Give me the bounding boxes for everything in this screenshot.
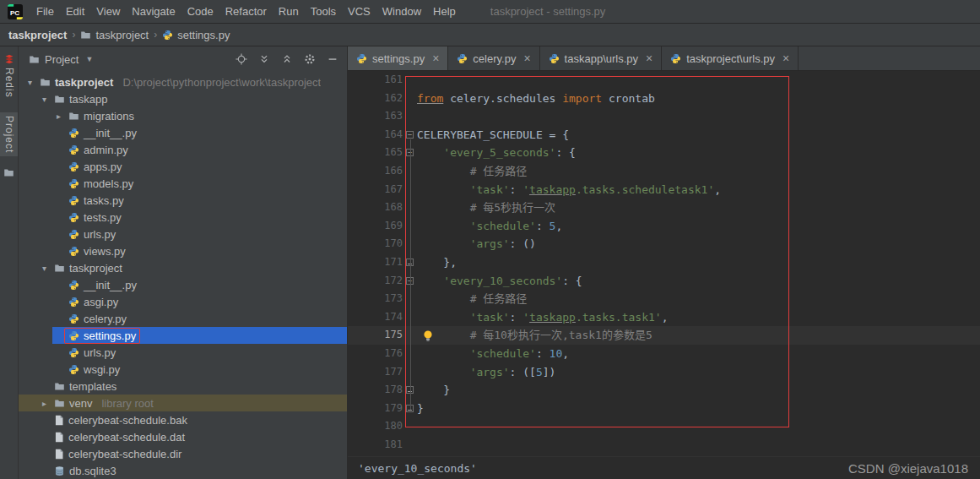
menu-window[interactable]: Window bbox=[376, 3, 427, 20]
tree-item-taskapp[interactable]: ▾taskapp bbox=[19, 90, 347, 107]
tree-item-asgi-py[interactable]: asgi.py bbox=[19, 293, 347, 310]
close-icon[interactable]: × bbox=[646, 52, 652, 64]
line-number[interactable]: 162 bbox=[348, 90, 405, 108]
tree-item-init-py[interactable]: __init__.py bbox=[19, 276, 347, 293]
settings-icon[interactable] bbox=[304, 53, 316, 65]
menu-view[interactable]: View bbox=[90, 3, 126, 20]
context-info[interactable]: 'every_10_seconds' bbox=[358, 462, 477, 475]
tree-item-db-sqlite3[interactable]: db.sqlite3 bbox=[19, 462, 347, 479]
code-line-178[interactable]: 178 } bbox=[348, 381, 980, 400]
menu-help[interactable]: Help bbox=[427, 3, 462, 20]
code-line-163[interactable]: 163 bbox=[348, 107, 980, 126]
line-number[interactable]: 181 bbox=[348, 436, 405, 455]
breadcrumb-item-taskproject[interactable]: taskproject bbox=[8, 29, 67, 41]
tool-button-project[interactable]: Project bbox=[0, 112, 18, 156]
tree-item-tasks-py[interactable]: tasks.py bbox=[19, 192, 347, 209]
line-number[interactable]: 169 bbox=[348, 217, 405, 236]
collapse-all-icon[interactable] bbox=[281, 53, 293, 65]
menu-refactor[interactable]: Refactor bbox=[219, 3, 273, 20]
menu-code[interactable]: Code bbox=[181, 3, 219, 20]
tree-item-settings-py[interactable]: settings.py bbox=[19, 327, 347, 344]
code-line-169[interactable]: 169 'schedule': 5, bbox=[348, 217, 980, 236]
fold-collapse-icon[interactable]: − bbox=[406, 131, 414, 139]
breadcrumb-item-taskproject[interactable]: taskproject bbox=[80, 29, 149, 41]
line-number[interactable]: 174 bbox=[348, 308, 405, 327]
line-number[interactable]: 175 bbox=[348, 326, 405, 345]
tree-item-views-py[interactable]: views.py bbox=[19, 242, 347, 259]
chevron-down-icon[interactable]: ▾ bbox=[24, 78, 36, 87]
code-line-161[interactable]: 161 bbox=[348, 71, 980, 90]
close-icon[interactable]: × bbox=[432, 52, 439, 64]
code-line-175[interactable]: 175 # 每10秒执行一次,task1的参数是5 bbox=[348, 326, 980, 345]
line-number[interactable]: 172 bbox=[348, 272, 405, 291]
code-line-180[interactable]: 180 bbox=[348, 417, 980, 436]
line-number[interactable]: 177 bbox=[348, 363, 405, 382]
chevron-down-icon[interactable]: ▼ bbox=[85, 55, 93, 63]
tree-item-urls-py[interactable]: urls.py bbox=[19, 344, 347, 361]
code-line-177[interactable]: 177 'args': ([5]) bbox=[348, 363, 980, 382]
project-panel-title[interactable]: Project bbox=[45, 53, 79, 66]
code-line-168[interactable]: 168 # 每5秒执行一次 bbox=[348, 199, 980, 217]
tree-item-celerybeat-schedule-dir[interactable]: celerybeat-schedule.dir bbox=[19, 445, 347, 462]
line-number[interactable]: 173 bbox=[348, 290, 405, 308]
chevron-down-icon[interactable]: ▾ bbox=[38, 264, 51, 273]
tree-item-admin-py[interactable]: admin.py bbox=[19, 141, 347, 158]
close-icon[interactable]: × bbox=[523, 52, 530, 64]
tab-celery-py[interactable]: celery.py× bbox=[448, 46, 539, 70]
code-line-165[interactable]: 165− 'every_5_seconds': { bbox=[348, 144, 980, 162]
tree-item-wsgi-py[interactable]: wsgi.py bbox=[19, 361, 347, 378]
code-line-162[interactable]: 162from celery.schedules import crontab bbox=[348, 90, 980, 108]
code-line-179[interactable]: 179} bbox=[348, 400, 980, 418]
tab-settings-py[interactable]: settings.py× bbox=[348, 46, 448, 70]
tree-item-templates[interactable]: templates bbox=[19, 378, 347, 395]
tree-item-urls-py[interactable]: urls.py bbox=[19, 226, 347, 242]
line-number[interactable]: 168 bbox=[348, 199, 405, 217]
tree-item-celery-py[interactable]: celery.py bbox=[19, 310, 347, 327]
tree-item-taskproject[interactable]: ▾taskproject bbox=[19, 259, 347, 276]
hide-icon[interactable] bbox=[327, 53, 338, 65]
line-number[interactable]: 178 bbox=[348, 381, 405, 400]
chevron-right-icon[interactable]: ▸ bbox=[38, 399, 51, 408]
breadcrumb-item-settings-py[interactable]: settings.py bbox=[162, 29, 230, 41]
code-line-164[interactable]: 164−CELERYBEAT_SCHEDULE = { bbox=[348, 126, 980, 144]
line-number[interactable]: 180 bbox=[348, 417, 405, 436]
folder-icon[interactable] bbox=[3, 167, 14, 178]
line-number[interactable]: 176 bbox=[348, 345, 405, 363]
line-number[interactable]: 170 bbox=[348, 235, 405, 253]
close-icon[interactable]: × bbox=[782, 52, 789, 64]
chevron-down-icon[interactable]: ▾ bbox=[38, 95, 51, 104]
line-number[interactable]: 165 bbox=[348, 144, 405, 162]
tool-button-redis[interactable]: Redis bbox=[0, 51, 18, 101]
menu-tools[interactable]: Tools bbox=[305, 3, 342, 20]
line-number[interactable]: 171 bbox=[348, 253, 405, 272]
tree-item-celerybeat-schedule-bak[interactable]: celerybeat-schedule.bak bbox=[19, 411, 347, 428]
menu-file[interactable]: File bbox=[30, 3, 60, 20]
tree-item-init-py[interactable]: __init__.py bbox=[19, 124, 347, 141]
code-line-171[interactable]: 171 }, bbox=[348, 253, 980, 272]
code-line-172[interactable]: 172− 'every_10_seconds': { bbox=[348, 272, 980, 291]
tree-item-taskproject[interactable]: ▾taskprojectD:\project\pythonproject\wor… bbox=[19, 73, 347, 90]
expand-all-icon[interactable] bbox=[258, 53, 270, 65]
line-number[interactable]: 164 bbox=[348, 126, 405, 144]
tree-item-venv[interactable]: ▸venvlibrary root bbox=[19, 395, 347, 411]
code-line-166[interactable]: 166 # 任务路径 bbox=[348, 162, 980, 181]
tree-item-celerybeat-schedule-dat[interactable]: celerybeat-schedule.dat bbox=[19, 428, 347, 445]
line-number[interactable]: 166 bbox=[348, 162, 405, 181]
tab-taskproject-urls-py[interactable]: taskproject\urls.py× bbox=[662, 46, 799, 70]
menu-vcs[interactable]: VCS bbox=[342, 3, 376, 20]
chevron-right-icon[interactable]: ▸ bbox=[52, 112, 65, 121]
tab-taskapp-urls-py[interactable]: taskapp\urls.py× bbox=[540, 46, 663, 70]
tree-item-tests-py[interactable]: tests.py bbox=[19, 209, 347, 226]
tree-item-apps-py[interactable]: apps.py bbox=[19, 158, 347, 175]
line-number[interactable]: 161 bbox=[348, 71, 405, 90]
intention-bulb-icon[interactable] bbox=[422, 329, 434, 342]
menu-edit[interactable]: Edit bbox=[60, 3, 90, 20]
menu-run[interactable]: Run bbox=[273, 3, 305, 20]
code-line-167[interactable]: 167 'task': 'taskapp.tasks.scheduletask1… bbox=[348, 181, 980, 199]
locate-icon[interactable] bbox=[236, 53, 247, 65]
tree-item-models-py[interactable]: models.py bbox=[19, 175, 347, 192]
code-line-174[interactable]: 174 'task': 'taskapp.tasks.task1', bbox=[348, 308, 980, 327]
code-line-170[interactable]: 170 'args': () bbox=[348, 235, 980, 253]
tree-item-migrations[interactable]: ▸migrations bbox=[19, 107, 347, 124]
editor[interactable]: 161162from celery.schedules import cront… bbox=[348, 71, 980, 456]
